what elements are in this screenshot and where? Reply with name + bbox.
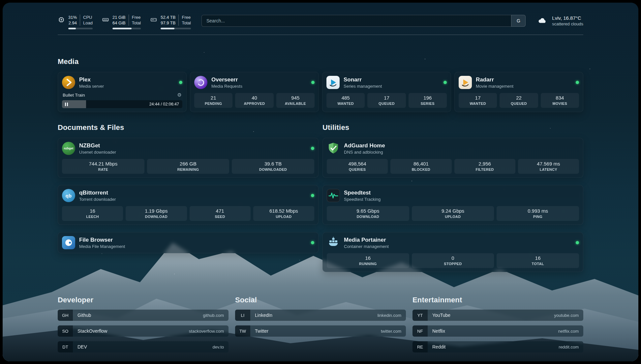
header-divider <box>58 35 583 35</box>
service-subtitle: Media File Management <box>79 244 307 249</box>
section-heading-documents: Documents & Files <box>58 123 319 132</box>
status-indicator <box>311 147 314 150</box>
disk-total: 97.9 TB <box>161 20 179 26</box>
stat-total: 16TOTAL <box>497 253 579 268</box>
nzbget-icon: nzbget <box>62 142 75 155</box>
bookmark-twitter[interactable]: TW Twitter twitter.com <box>235 325 406 337</box>
section-heading-social: Social <box>235 296 406 304</box>
stat-ping: 0.993 msPING <box>497 206 579 221</box>
bookmark-stackoverflow[interactable]: SO StackOverflow stackoverflow.com <box>58 325 229 337</box>
bookmark-linkedin[interactable]: LI LinkedIn linkedin.com <box>235 310 406 321</box>
stat-remaining: 266 GBREMAINING <box>147 159 229 174</box>
snow-specks <box>3 3 3 3</box>
service-card-filebrowser[interactable]: File Browser Media File Management <box>58 232 319 253</box>
pause-icon <box>65 103 68 106</box>
overseerr-icon <box>194 76 207 89</box>
stat-seed: 471SEED <box>190 206 251 221</box>
service-subtitle: Movie management <box>476 84 572 89</box>
search-input[interactable] <box>201 15 511 27</box>
service-title: File Browser <box>79 237 307 243</box>
stat-downloaded: 39.6 TBDOWNLOADED <box>232 159 314 174</box>
service-card-radarr[interactable]: Radarr Movie management 17WANTED 22QUEUE… <box>454 72 583 112</box>
stat-upload: 9.24 GbpsUPLOAD <box>412 206 494 221</box>
service-card-overseerr[interactable]: Overseerr Media Requests 21PENDING 40APP… <box>190 72 319 112</box>
stat-queries: 498,564QUERIES <box>327 159 388 174</box>
cpu-percent: 31% <box>68 15 80 20</box>
cpu-label-top: CPU <box>80 15 93 20</box>
stat-available: 945AVAILABLE <box>276 93 315 108</box>
bookmark-github[interactable]: GH Github github.com <box>58 310 229 321</box>
bookmark-youtube[interactable]: YT YouTube youtube.com <box>412 310 583 321</box>
search-provider-button[interactable]: G <box>511 15 526 27</box>
status-indicator <box>179 81 182 84</box>
stat-movies: 834MOVIES <box>541 93 579 108</box>
stat-rate: 744.21 MbpsRATE <box>62 159 144 174</box>
stat-wanted: 17WANTED <box>459 93 497 108</box>
bookmark-reddit[interactable]: RE Reddit reddit.com <box>412 341 583 352</box>
service-card-speedtest[interactable]: Speedtest Speedtest Tracking 9.65 GbpsDO… <box>322 185 583 225</box>
media-grid: Plex Media server Bullet Train ⚙ 24:44 /… <box>58 72 583 112</box>
status-indicator <box>576 81 579 84</box>
stat-series: 196SERIES <box>409 93 447 108</box>
service-title: Overseerr <box>211 76 307 83</box>
stat-blocked: 86,401BLOCKED <box>390 159 451 174</box>
portainer-icon <box>327 236 340 249</box>
memory-total: 64 GiB <box>112 20 129 26</box>
stat-stopped: 0STOPPED <box>412 253 494 268</box>
service-card-portainer[interactable]: Media Portainer Container management 16R… <box>322 232 583 272</box>
now-playing-time: 24:44 / 02:06:47 <box>149 102 179 106</box>
service-subtitle: Media server <box>79 84 175 89</box>
memory-icon <box>102 16 109 29</box>
qbittorrent-icon: qb <box>62 189 75 202</box>
cpu-label-bottom: Load <box>80 20 93 26</box>
service-subtitle: Usenet downloader <box>79 150 307 155</box>
gear-icon[interactable]: ⚙ <box>177 92 182 98</box>
section-heading-entertainment: Entertainment <box>412 296 583 304</box>
documents-column: Documents & Files nzbget NZBGet Usenet d… <box>58 123 319 272</box>
now-playing-progress: 24:44 / 02:06:47 <box>62 100 182 108</box>
service-card-qbittorrent[interactable]: qb qBittorrent Torrent downloader 16LEEC… <box>58 185 319 225</box>
section-heading-developer: Developer <box>58 296 229 304</box>
status-indicator <box>311 194 314 197</box>
service-subtitle: Media Requests <box>211 84 307 89</box>
service-title: Sonarr <box>344 76 440 83</box>
bookmark-netflix[interactable]: NF Netflix netflix.com <box>412 325 583 337</box>
disk-free: 52.4 TB <box>161 15 179 20</box>
service-card-plex[interactable]: Plex Media server Bullet Train ⚙ 24:44 /… <box>58 72 187 112</box>
service-title: NZBGet <box>79 142 307 149</box>
search-bar: G <box>201 15 526 27</box>
status-indicator <box>311 81 315 84</box>
stat-download: 1.19 GbpsDOWNLOAD <box>126 206 187 221</box>
cpu-load: 2.94 <box>68 20 80 26</box>
weather-condition: scattered clouds <box>552 21 583 27</box>
sonarr-icon <box>326 76 340 89</box>
stat-approved: 40APPROVED <box>235 93 273 108</box>
stat-download: 9.65 GbpsDOWNLOAD <box>327 206 409 221</box>
utilities-column: Utilities <box>322 123 583 272</box>
now-playing: Bullet Train ⚙ 24:44 / 02:06:47 <box>62 92 182 108</box>
cpu-progress-bar <box>68 28 93 29</box>
stat-running: 16RUNNING <box>327 253 409 268</box>
now-playing-title: Bullet Train <box>63 93 85 98</box>
service-card-adguard[interactable]: AdGuard Home DNS and adblocking 498,564Q… <box>322 138 583 178</box>
section-heading-utilities: Utilities <box>322 123 583 132</box>
weather-widget: Lviv, 16.87°C scattered clouds <box>536 15 583 27</box>
service-title: AdGuard Home <box>344 142 579 149</box>
service-card-nzbget[interactable]: nzbget NZBGet Usenet downloader 744.21 M… <box>58 138 319 178</box>
stat-queued: 17QUEUED <box>367 93 406 108</box>
service-subtitle: Torrent downloader <box>79 197 307 202</box>
service-subtitle: Speedtest Tracking <box>344 197 579 202</box>
bookmark-dev[interactable]: DT DEV dev.to <box>58 341 229 352</box>
stat-queued: 22QUEUED <box>500 93 538 108</box>
bookmarks-developer: Developer GH Github github.com SO StackO… <box>58 296 229 357</box>
stat-leech: 16LEECH <box>62 206 123 221</box>
service-card-sonarr[interactable]: Sonarr Series management 485WANTED 17QUE… <box>322 72 451 112</box>
status-indicator <box>576 241 579 244</box>
section-heading-media: Media <box>58 57 583 66</box>
stat-wanted: 485WANTED <box>326 93 365 108</box>
memory-progress-bar <box>112 28 141 29</box>
memory-stat: 21 GiB Free 64 GiB Total <box>102 15 141 29</box>
status-indicator <box>311 241 314 244</box>
memory-label-free: Free <box>129 15 141 20</box>
memory-free: 21 GiB <box>112 15 129 20</box>
